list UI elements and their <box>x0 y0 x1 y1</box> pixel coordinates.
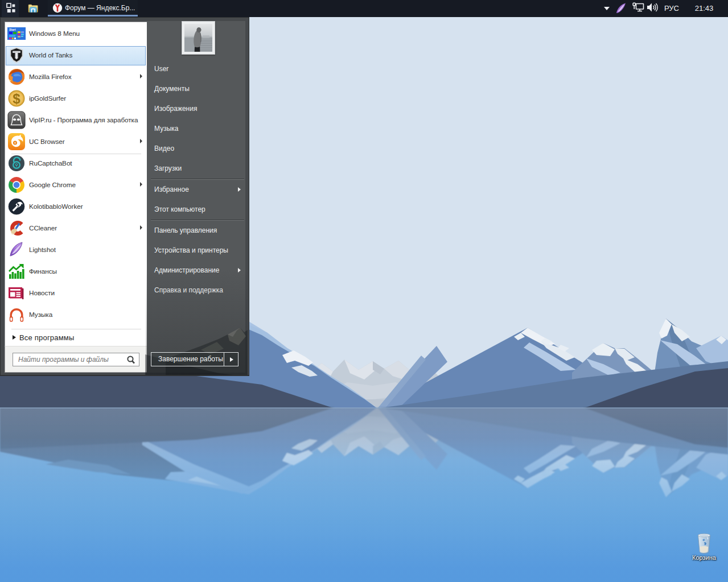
svg-text:$: $ <box>13 91 20 106</box>
svg-text:Start: Start <box>9 28 16 31</box>
